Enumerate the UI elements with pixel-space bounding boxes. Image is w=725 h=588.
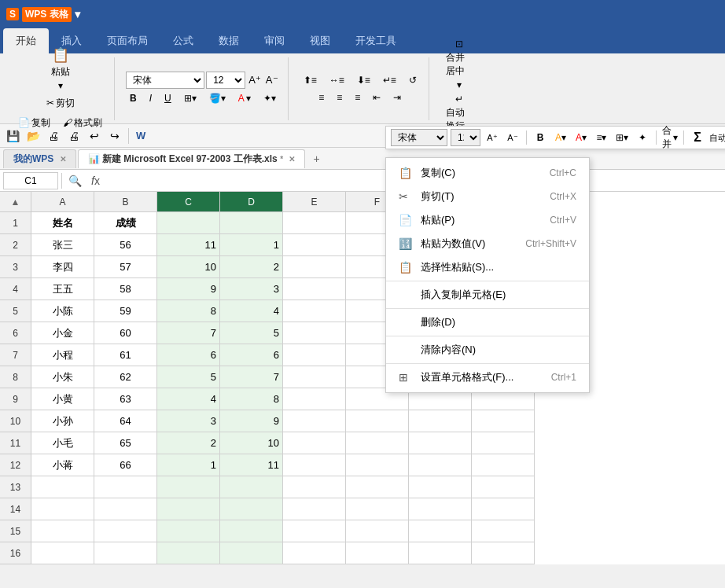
underline-button[interactable]: U (159, 90, 177, 106)
cell-D16[interactable] (220, 542, 283, 564)
row-header-1[interactable]: 1 (0, 212, 31, 234)
cell-E11[interactable] (283, 432, 346, 454)
mini-font-grow-button[interactable]: A⁺ (484, 129, 501, 146)
cell-F13[interactable] (346, 476, 409, 498)
tab-add-button[interactable]: + (307, 150, 326, 167)
cell-G12[interactable] (409, 454, 472, 476)
cell-G15[interactable] (409, 520, 472, 542)
cell-C11[interactable]: 2 (157, 432, 220, 454)
cell-E14[interactable] (283, 498, 346, 520)
row-header-13[interactable]: 13 (0, 476, 31, 498)
cell-D5[interactable]: 4 (220, 300, 283, 322)
tab-excel-file[interactable]: 📊 新建 Microsoft Excel 97-2003 工作表.xls * ✕ (78, 149, 306, 168)
cell-D14[interactable] (220, 498, 283, 520)
cell-A6[interactable]: 小金 (31, 322, 94, 344)
col-header-D[interactable]: D (220, 192, 283, 212)
context-menu-paste[interactable]: 📄 粘贴(P) Ctrl+V (386, 208, 589, 232)
context-menu-insert-copy[interactable]: 插入复制单元格(E) (386, 283, 589, 307)
align-bottom-button[interactable]: ⬇≡ (351, 72, 376, 88)
wrap-button[interactable]: ↵≡ (377, 72, 402, 88)
tab-page-layout[interactable]: 页面布局 (94, 28, 160, 53)
cell-E1[interactable] (283, 212, 346, 234)
context-menu-cut[interactable]: ✂ 剪切(T) Ctrl+X (386, 185, 589, 208)
fill-color-button[interactable]: 🪣▾ (204, 90, 231, 106)
bold-button[interactable]: B (124, 90, 142, 106)
cell-G10[interactable] (409, 410, 472, 432)
decrease-indent-button[interactable]: ⇤ (367, 90, 386, 105)
cell-H13[interactable] (472, 476, 535, 498)
cell-A16[interactable] (31, 542, 94, 564)
cell-C7[interactable]: 6 (157, 344, 220, 366)
cell-B4[interactable]: 58 (94, 278, 157, 300)
cell-D4[interactable]: 3 (220, 278, 283, 300)
cell-B5[interactable]: 59 (94, 300, 157, 322)
cell-A11[interactable]: 小毛 (31, 432, 94, 454)
cell-E7[interactable] (283, 344, 346, 366)
cell-E12[interactable] (283, 454, 346, 476)
cell-G16[interactable] (409, 542, 472, 564)
mini-font-shrink-button[interactable]: A⁻ (504, 129, 521, 146)
cell-E10[interactable] (283, 410, 346, 432)
cell-B6[interactable]: 60 (94, 322, 157, 344)
row-header-5[interactable]: 5 (0, 300, 31, 322)
cell-A5[interactable]: 小陈 (31, 300, 94, 322)
cell-C16[interactable] (157, 542, 220, 564)
cell-B1[interactable]: 成绩 (94, 212, 157, 234)
cell-C15[interactable] (157, 520, 220, 542)
context-menu-copy[interactable]: 📋 复制(C) Ctrl+C (386, 161, 589, 185)
cell-D10[interactable]: 9 (220, 410, 283, 432)
open-button[interactable]: 📂 (24, 127, 42, 145)
context-menu-delete[interactable]: 删除(D) (386, 311, 589, 334)
cut-button[interactable]: ✂ 剪切 (41, 94, 80, 112)
cell-H16[interactable] (472, 542, 535, 564)
cell-D7[interactable]: 6 (220, 344, 283, 366)
cell-A15[interactable] (31, 520, 94, 542)
cell-B11[interactable]: 65 (94, 432, 157, 454)
cell-C9[interactable]: 4 (157, 388, 220, 410)
cell-A2[interactable]: 张三 (31, 234, 94, 256)
cell-B15[interactable] (94, 520, 157, 542)
cell-C12[interactable]: 1 (157, 454, 220, 476)
context-menu-paste-special[interactable]: 📋 选择性粘贴(S)... (386, 255, 589, 279)
cell-C10[interactable]: 3 (157, 410, 220, 432)
border-button[interactable]: ⊞▾ (178, 90, 202, 106)
mini-autosum-button[interactable]: Σ (689, 129, 706, 146)
tab-review[interactable]: 审阅 (252, 28, 297, 53)
cell-D9[interactable]: 8 (220, 388, 283, 410)
mini-merge-button[interactable]: 合并▾ (661, 129, 679, 146)
cell-E6[interactable] (283, 322, 346, 344)
formula-fx-icon[interactable]: fx (88, 175, 103, 187)
cell-C2[interactable]: 11 (157, 234, 220, 256)
cell-E15[interactable] (283, 520, 346, 542)
cell-E9[interactable] (283, 388, 346, 410)
cell-E5[interactable] (283, 300, 346, 322)
cell-B16[interactable] (94, 542, 157, 564)
cell-A8[interactable]: 小朱 (31, 366, 94, 388)
cell-B8[interactable]: 62 (94, 366, 157, 388)
cell-C5[interactable]: 8 (157, 300, 220, 322)
row-header-6[interactable]: 6 (0, 322, 31, 344)
tab-wps-close[interactable]: ✕ (60, 155, 66, 164)
font-size-select[interactable]: 12 (206, 72, 245, 89)
tab-mywps[interactable]: 我的WPS ✕ (3, 149, 76, 168)
cell-G13[interactable] (409, 476, 472, 498)
tab-data[interactable]: 数据 (206, 28, 252, 53)
cell-E16[interactable] (283, 542, 346, 564)
mini-font-select[interactable]: 宋体 (391, 129, 447, 146)
col-header-E[interactable]: E (283, 192, 346, 212)
context-menu-paste-value[interactable]: 🔢 粘贴为数值(V) Ctrl+Shift+V (386, 232, 589, 255)
align-middle-button[interactable]: ↔≡ (324, 72, 350, 88)
cell-G11[interactable] (409, 432, 472, 454)
context-menu-clear[interactable]: 清除内容(N) (386, 338, 589, 362)
cell-D13[interactable] (220, 476, 283, 498)
cell-B14[interactable] (94, 498, 157, 520)
mini-size-select[interactable]: 12 (451, 129, 480, 146)
row-header-7[interactable]: 7 (0, 344, 31, 366)
cell-B9[interactable]: 63 (94, 388, 157, 410)
cell-A9[interactable]: 小黄 (31, 388, 94, 410)
redo-button[interactable]: ↪ (105, 127, 124, 145)
row-header-8[interactable]: 8 (0, 366, 31, 388)
increase-indent-button[interactable]: ⇥ (388, 90, 407, 105)
cell-A14[interactable] (31, 498, 94, 520)
cell-reference-input[interactable] (3, 172, 58, 189)
